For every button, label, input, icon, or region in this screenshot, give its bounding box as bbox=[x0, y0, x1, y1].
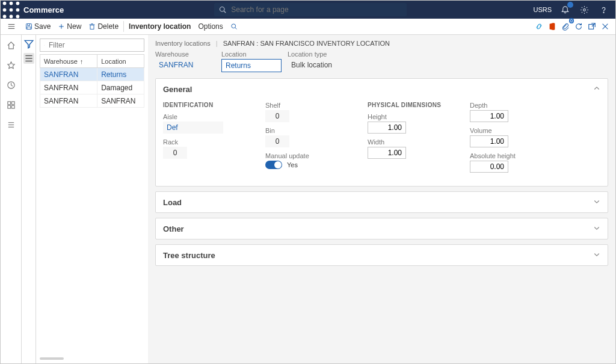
chevron-down-icon bbox=[593, 224, 600, 233]
new-button[interactable]: New bbox=[54, 19, 85, 34]
refresh-icon[interactable] bbox=[572, 20, 585, 33]
section-load: Load bbox=[155, 191, 608, 213]
chevron-up-icon bbox=[593, 85, 600, 94]
manual-update-toggle[interactable]: Yes bbox=[265, 161, 356, 169]
svg-point-40 bbox=[44, 45, 45, 46]
star-icon[interactable] bbox=[7, 61, 16, 70]
rack-field[interactable]: 0 bbox=[163, 147, 187, 159]
attachments-icon[interactable]: 0 bbox=[559, 20, 572, 33]
physical-head: PHYSICAL DIMENSIONS bbox=[368, 102, 458, 108]
svg-rect-31 bbox=[11, 102, 14, 105]
help-icon[interactable] bbox=[597, 4, 609, 16]
svg-rect-17 bbox=[28, 24, 30, 26]
office-icon[interactable] bbox=[546, 20, 559, 33]
section-tree: Tree structure bbox=[155, 244, 608, 266]
location-input[interactable] bbox=[221, 59, 282, 72]
waffle-icon[interactable] bbox=[1, 0, 22, 20]
sort-asc-icon: ↑ bbox=[80, 58, 84, 65]
location-type-value[interactable]: Bulk location bbox=[288, 59, 372, 71]
depth-input[interactable] bbox=[470, 110, 508, 122]
notification-badge bbox=[567, 2, 573, 8]
absolute-height-input[interactable] bbox=[470, 161, 508, 173]
section-tree-header[interactable]: Tree structure bbox=[156, 245, 608, 265]
svg-rect-18 bbox=[27, 27, 31, 29]
height-input[interactable] bbox=[368, 122, 406, 134]
hscroll-thumb[interactable] bbox=[40, 357, 64, 360]
aisle-field[interactable]: Def bbox=[163, 122, 223, 134]
location-label: Location bbox=[221, 51, 282, 58]
svg-rect-21 bbox=[90, 25, 94, 29]
svg-point-0 bbox=[3, 1, 7, 5]
modules-icon[interactable] bbox=[7, 120, 16, 129]
bell-icon[interactable] bbox=[559, 4, 571, 16]
svg-rect-32 bbox=[7, 105, 10, 108]
action-search-icon[interactable] bbox=[227, 19, 241, 34]
svg-point-3 bbox=[3, 8, 7, 11]
bin-field[interactable]: 0 bbox=[265, 135, 289, 147]
page-title[interactable]: Inventory location bbox=[125, 19, 194, 34]
list-rail bbox=[22, 35, 36, 363]
location-type-label: Location type bbox=[288, 51, 372, 58]
search-input[interactable] bbox=[230, 5, 402, 14]
suite-header: Commerce USRS bbox=[1, 1, 615, 19]
section-load-header[interactable]: Load bbox=[156, 192, 608, 212]
save-button[interactable]: Save bbox=[22, 19, 54, 34]
svg-point-8 bbox=[16, 14, 20, 18]
shelf-field[interactable]: 0 bbox=[265, 110, 289, 122]
svg-point-2 bbox=[16, 1, 20, 5]
svg-point-1 bbox=[10, 1, 13, 5]
app-name: Commerce bbox=[22, 5, 64, 14]
breadcrumb: Inventory locations | SANFRAN : SAN FRAN… bbox=[155, 40, 608, 47]
svg-rect-33 bbox=[11, 105, 14, 108]
table-row[interactable]: SANFRAN SANFRAN bbox=[40, 94, 144, 108]
chevron-down-icon bbox=[593, 251, 600, 260]
volume-input[interactable] bbox=[470, 135, 508, 147]
chevron-down-icon bbox=[593, 198, 600, 207]
action-pane: Save New Delete Inventory location Optio… bbox=[1, 19, 615, 35]
section-general: General IDENTIFICATION Aisle Def Rack 0 bbox=[155, 78, 608, 187]
table-row[interactable]: SANFRAN Returns bbox=[40, 68, 144, 81]
svg-point-6 bbox=[3, 14, 7, 18]
col-warehouse[interactable]: Warehouse↑ bbox=[40, 55, 97, 68]
section-general-header[interactable]: General bbox=[156, 79, 608, 99]
svg-point-12 bbox=[603, 12, 603, 13]
svg-point-9 bbox=[220, 7, 225, 12]
record-list: Warehouse↑ Location SANFRAN Returns SANF… bbox=[36, 35, 148, 363]
col-location[interactable]: Location bbox=[97, 55, 144, 68]
section-other: Other bbox=[155, 218, 608, 239]
nav-rail bbox=[1, 35, 22, 363]
link-icon[interactable] bbox=[532, 20, 546, 33]
svg-rect-26 bbox=[589, 25, 594, 29]
warehouse-label: Warehouse bbox=[155, 51, 215, 58]
hamburger-icon[interactable] bbox=[1, 19, 22, 34]
svg-line-10 bbox=[224, 11, 226, 13]
svg-rect-30 bbox=[7, 102, 10, 105]
svg-line-25 bbox=[235, 28, 237, 29]
global-search[interactable] bbox=[214, 3, 407, 16]
svg-point-4 bbox=[10, 8, 13, 11]
width-input[interactable] bbox=[368, 147, 406, 159]
home-icon[interactable] bbox=[7, 41, 16, 50]
section-other-header[interactable]: Other bbox=[156, 218, 608, 239]
detail-panel: Inventory locations | SANFRAN : SAN FRAN… bbox=[148, 35, 615, 363]
svg-point-7 bbox=[10, 14, 13, 18]
svg-point-24 bbox=[232, 24, 236, 28]
identification-head: IDENTIFICATION bbox=[163, 102, 253, 108]
svg-point-11 bbox=[583, 8, 585, 11]
warehouse-value[interactable]: SANFRAN bbox=[155, 59, 215, 71]
recent-icon[interactable] bbox=[7, 81, 16, 90]
quickfilter[interactable] bbox=[40, 39, 144, 52]
close-icon[interactable] bbox=[599, 20, 612, 33]
delete-button[interactable]: Delete bbox=[85, 19, 122, 34]
list-view-icon[interactable] bbox=[23, 53, 34, 64]
funnel-icon[interactable] bbox=[23, 39, 34, 49]
svg-point-5 bbox=[16, 8, 20, 11]
gear-icon[interactable] bbox=[578, 4, 590, 16]
filter-input[interactable] bbox=[48, 40, 140, 50]
user-label[interactable]: USRS bbox=[533, 6, 552, 13]
workspace-icon[interactable] bbox=[7, 100, 16, 110]
options-button[interactable]: Options bbox=[194, 19, 226, 34]
table-row[interactable]: SANFRAN Damaged bbox=[40, 81, 144, 94]
popout-icon[interactable] bbox=[585, 20, 599, 33]
